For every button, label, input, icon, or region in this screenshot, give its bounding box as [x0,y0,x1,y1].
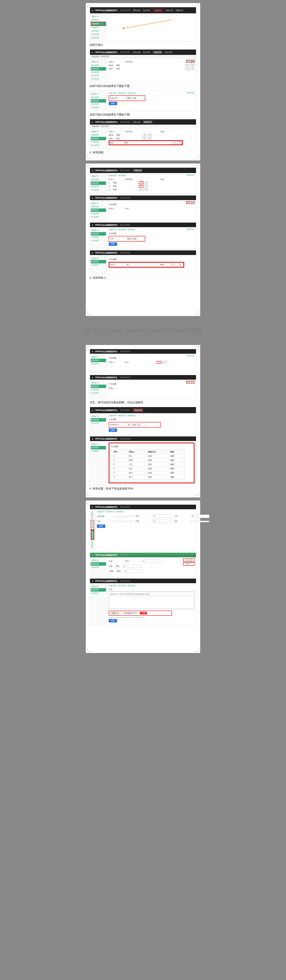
nav-item[interactable]: 知识管理 [143,9,150,11]
svg-line-0 [122,20,172,29]
ckeditor[interactable]: 源码BIU字体字号颜色对齐列表链接图片表格 [109,591,194,609]
table-row: 6孙八或签编辑 [112,475,183,479]
title-input[interactable] [113,516,132,517]
table-row: 3王五会签编辑 [112,463,183,466]
breadcrumb: 考勤管理 > 请假管理 [90,55,196,59]
sidebar-item[interactable]: 外出管理 [91,29,106,33]
caption: 添加节假日 [90,43,196,47]
sidebar-item-active[interactable]: 请假管理 [91,22,106,26]
table-row: 5钱七会签编辑 [112,471,183,475]
approver-table: 序号审批人审核方式操作 1张三会签编辑 2李四或签编辑 3王五会签编辑 4赵六或… [111,449,185,480]
version: 1501010002 [120,9,130,11]
content-empty [107,13,196,41]
edit-btn[interactable]: ✎ [185,64,190,67]
doc-page-2: ■PHPOA办公系统管理平台1501010002考勤管理 考勤打卡加班管理请假管… [86,164,200,316]
caption: 添加节假日后的效果见下图如下图。 [90,113,196,117]
name-input[interactable]: 请输入名称 [125,96,144,100]
sidebar-item[interactable]: 补卡管理 [91,33,106,36]
action-btn[interactable]: ✎ [139,181,143,184]
sidebar-item[interactable]: 排班管理 [91,36,106,40]
sidebar-item-boxed[interactable]: 加班管理 [91,520,94,530]
square-icon: ■ [92,9,93,11]
table-row: 4赵六或签编辑 [112,467,183,470]
section-title: 节点设置 [109,203,194,205]
caption: 添加节假日后的效果见下图如下图。 [90,84,196,88]
doc-page-3: ■PHPOA办公系统管理平台1501010002 考勤打卡请假管理出差管理 返回… [86,345,200,497]
save-button[interactable]: 保存 [109,102,117,105]
caption-step-2: 2. 添加流程。 [90,151,196,154]
action-box[interactable]: 添加试题 [183,558,194,562]
svg-marker-1 [122,27,124,30]
sidebar-item[interactable]: 出差管理 [91,26,106,29]
new-node-button[interactable]: 新建请假 [186,201,194,204]
top-navbar: ■ PHPOA办公系统管理平台 1501010002 系统设置 知识管理 考勤管… [90,7,196,13]
arrow-annotation [122,19,176,30]
sidebar: 考勤打卡 加班管理 请假管理 出差管理 外出管理 补卡管理 排班管理 [90,13,107,41]
caption-step: 2. 添加审核人。 [90,276,196,280]
screenshot-2: ■PHPOA办公系统管理平台1501010002系统设置知识管理考勤管理流程管理… [90,49,196,83]
doc-page-4: ■PHPOA办公系统管理平台1501010002 考勤打卡 加班管理 请假管理 … [86,500,200,653]
nav-item[interactable]: 流程管理 [165,9,173,11]
caption-step-4: 4. 添加试题（目录下有直接创建文件）。 [90,487,196,491]
screenshot-4: ■PHPOA办公系统管理平台1501010002系统设置考勤管理 考勤管理 > … [90,119,196,149]
approver-select[interactable]: 张三 李四 王五 [126,423,145,427]
watermark: https://www.huzhan.com/ishop10106 [0,319,286,342]
sidebar-item[interactable]: 考勤打卡 [91,15,106,18]
brand: PHPOA办公系统管理平台 [95,9,117,11]
ck-body[interactable] [110,596,193,608]
nav-item[interactable]: 档案管理 [175,9,183,11]
node-name-input[interactable]: 请输入名称 [125,237,144,241]
caption-note: 注意：填写完成后页面会刷新，可以过滤条件。 [90,401,196,404]
new-button[interactable]: 新建请假 [186,60,194,63]
screenshot-1: ■ PHPOA办公系统管理平台 1501010002 系统设置 知识管理 考勤管… [90,7,196,42]
sidebar-item[interactable]: 加班管理 [91,18,106,22]
upload-button[interactable]: 选择文件 [110,612,121,614]
table-row: 1张三会签编辑 [112,454,183,458]
screenshot-3: 考勤打卡 加班管理 请假管理 出差管理 外出管理 考勤管理 > 请假管理 > 添… [90,90,196,111]
doc-page-1: ■ PHPOA办公系统管理平台 1501010002 系统设置 知识管理 考勤管… [86,3,200,160]
nav-item[interactable]: 系统设置 [133,9,140,11]
delete-btn[interactable]: ✕ [190,64,194,67]
ck-toolbar: 源码BIU字体字号颜色对齐列表链接图片表格 [110,592,193,596]
upload-submit[interactable]: 上传 [140,612,147,614]
nav-item-boxed[interactable]: 考勤管理 [153,8,163,12]
table-row: 2李四或签编辑 [112,459,183,462]
